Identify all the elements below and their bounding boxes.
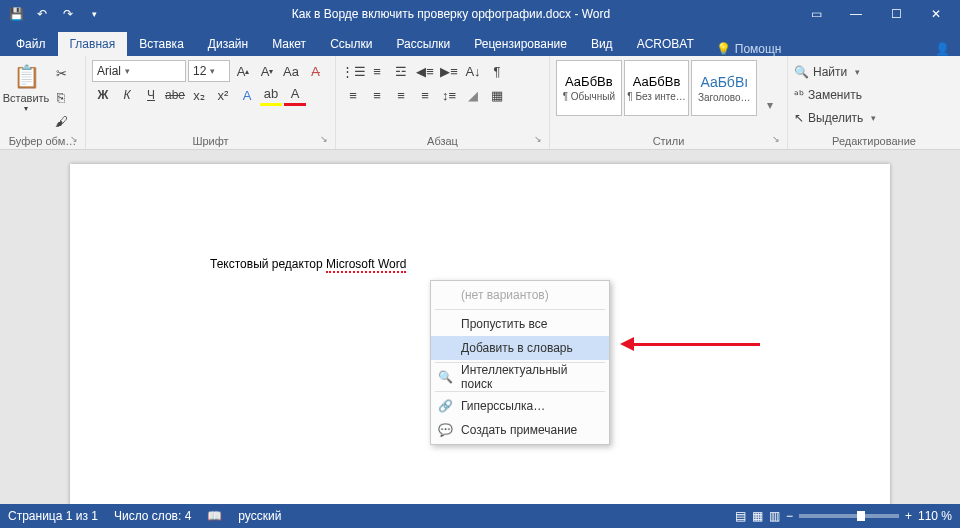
- qat-customize[interactable]: ▾: [82, 2, 106, 26]
- minimize-button[interactable]: ―: [836, 0, 876, 28]
- font-size-combo[interactable]: 12▾: [188, 60, 230, 82]
- search-icon: 🔍: [437, 370, 453, 384]
- view-print-button[interactable]: ▦: [752, 509, 763, 523]
- font-size-value: 12: [193, 64, 206, 78]
- font-color-button[interactable]: A: [284, 84, 306, 106]
- link-icon: 🔗: [437, 399, 453, 413]
- decrease-indent-button[interactable]: ◀≡: [414, 60, 436, 82]
- style-sample: АаБбВı: [700, 74, 748, 90]
- cut-button[interactable]: ✂: [50, 62, 72, 84]
- title-bar: 💾 ↶ ↷ ▾ Как в Ворде включить проверку ор…: [0, 0, 960, 28]
- ctx-add-dictionary[interactable]: Добавить в словарь: [431, 336, 609, 360]
- ribbon-tabs: Файл Главная Вставка Дизайн Макет Ссылки…: [0, 28, 960, 56]
- clear-formatting-button[interactable]: A̶: [304, 60, 326, 82]
- tab-mailings[interactable]: Рассылки: [384, 32, 462, 56]
- undo-button[interactable]: ↶: [30, 2, 54, 26]
- tab-insert[interactable]: Вставка: [127, 32, 196, 56]
- borders-button[interactable]: ▦: [486, 84, 508, 106]
- zoom-out-button[interactable]: −: [786, 509, 793, 523]
- text-plain: Текстовый редактор: [210, 257, 326, 271]
- bullets-button[interactable]: ⋮☰: [342, 60, 364, 82]
- superscript-button[interactable]: x²: [212, 84, 234, 106]
- save-button[interactable]: 💾: [4, 2, 28, 26]
- align-left-button[interactable]: ≡: [342, 84, 364, 106]
- separator: [435, 391, 605, 392]
- line-spacing-button[interactable]: ↕≡: [438, 84, 460, 106]
- format-painter-button[interactable]: 🖌: [50, 110, 72, 132]
- tab-acrobat[interactable]: ACROBAT: [625, 32, 706, 56]
- ctx-smart-lookup[interactable]: 🔍Интеллектуальный поиск: [431, 365, 609, 389]
- separator: [435, 309, 605, 310]
- zoom-label[interactable]: 110 %: [918, 509, 952, 523]
- font-name-combo[interactable]: Arial▾: [92, 60, 186, 82]
- zoom-thumb[interactable]: [857, 511, 865, 521]
- ctx-label: Гиперссылка…: [461, 399, 545, 413]
- bold-button[interactable]: Ж: [92, 84, 114, 106]
- status-wordcount[interactable]: Число слов: 4: [114, 509, 191, 523]
- group-editing-label: Редактирование: [788, 135, 960, 147]
- ribbon-options-icon[interactable]: ▭: [796, 0, 836, 28]
- redo-button[interactable]: ↷: [56, 2, 80, 26]
- align-right-button[interactable]: ≡: [390, 84, 412, 106]
- ctx-comment[interactable]: 💬Создать примечание: [431, 418, 609, 442]
- ctx-label: Создать примечание: [461, 423, 577, 437]
- ctx-skip-all[interactable]: Пропустить все: [431, 312, 609, 336]
- align-center-button[interactable]: ≡: [366, 84, 388, 106]
- replace-icon: ᵃᵇ: [794, 88, 804, 102]
- style-no-spacing[interactable]: АаБбВв ¶ Без инте…: [624, 60, 690, 116]
- search-icon: 🔍: [794, 65, 809, 79]
- close-button[interactable]: ✕: [916, 0, 956, 28]
- tab-home[interactable]: Главная: [58, 32, 128, 56]
- tab-references[interactable]: Ссылки: [318, 32, 384, 56]
- share-area[interactable]: 👤: [935, 42, 960, 56]
- numbering-button[interactable]: ≡: [366, 60, 388, 82]
- view-web-button[interactable]: ▥: [769, 509, 780, 523]
- italic-button[interactable]: К: [116, 84, 138, 106]
- justify-button[interactable]: ≡: [414, 84, 436, 106]
- comment-icon: 💬: [437, 423, 453, 437]
- clipboard-dialog-launcher[interactable]: ↘: [70, 134, 82, 146]
- style-heading1[interactable]: АаБбВı Заголово…: [691, 60, 757, 116]
- ctx-no-variants: (нет вариантов): [431, 283, 609, 307]
- select-button[interactable]: ↖Выделить▾: [794, 108, 954, 128]
- replace-button[interactable]: ᵃᵇЗаменить: [794, 85, 954, 105]
- sort-button[interactable]: A↓: [462, 60, 484, 82]
- tab-view[interactable]: Вид: [579, 32, 625, 56]
- shrink-font-button[interactable]: A▾: [256, 60, 278, 82]
- text-effects-button[interactable]: A: [236, 84, 258, 106]
- text-spell-error[interactable]: Microsoft Word: [326, 257, 406, 273]
- status-page[interactable]: Страница 1 из 1: [8, 509, 98, 523]
- status-proofing-icon[interactable]: 📖: [207, 509, 222, 523]
- tab-review[interactable]: Рецензирование: [462, 32, 579, 56]
- styles-dialog-launcher[interactable]: ↘: [772, 134, 784, 146]
- grow-font-button[interactable]: A▴: [232, 60, 254, 82]
- ctx-label: Интеллектуальный поиск: [461, 363, 599, 391]
- change-case-button[interactable]: Aa: [280, 60, 302, 82]
- find-button[interactable]: 🔍Найти▾: [794, 62, 954, 82]
- subscript-button[interactable]: x₂: [188, 84, 210, 106]
- tab-layout[interactable]: Макет: [260, 32, 318, 56]
- zoom-in-button[interactable]: +: [905, 509, 912, 523]
- show-marks-button[interactable]: ¶: [486, 60, 508, 82]
- copy-button[interactable]: ⎘: [50, 86, 72, 108]
- document-text[interactable]: Текстовый редактор Microsoft Word: [210, 254, 406, 271]
- highlight-button[interactable]: ab: [260, 84, 282, 106]
- increase-indent-button[interactable]: ▶≡: [438, 60, 460, 82]
- paragraph-dialog-launcher[interactable]: ↘: [534, 134, 546, 146]
- strikethrough-button[interactable]: abe: [164, 84, 186, 106]
- style-normal[interactable]: АаБбВв ¶ Обычный: [556, 60, 622, 116]
- font-dialog-launcher[interactable]: ↘: [320, 134, 332, 146]
- tab-design[interactable]: Дизайн: [196, 32, 260, 56]
- tab-file[interactable]: Файл: [4, 32, 58, 56]
- shading-button[interactable]: ◢: [462, 84, 484, 106]
- chevron-down-icon: ▾: [125, 66, 130, 76]
- ctx-hyperlink[interactable]: 🔗Гиперссылка…: [431, 394, 609, 418]
- underline-button[interactable]: Ч: [140, 84, 162, 106]
- status-language[interactable]: русский: [238, 509, 281, 523]
- tell-me[interactable]: 💡Помощн: [706, 42, 792, 56]
- view-read-button[interactable]: ▤: [735, 509, 746, 523]
- maximize-button[interactable]: ☐: [876, 0, 916, 28]
- multilevel-button[interactable]: ☲: [390, 60, 412, 82]
- group-styles-label: Стили: [550, 135, 787, 147]
- zoom-slider[interactable]: [799, 514, 899, 518]
